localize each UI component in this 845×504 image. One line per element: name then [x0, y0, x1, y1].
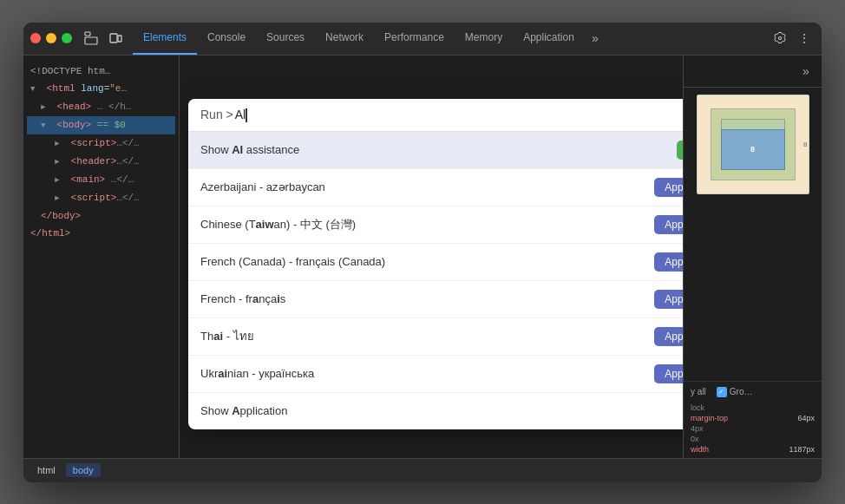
checkbox-row-all: y all Gro… [691, 385, 815, 399]
badge-appearance-azerbaijani[interactable]: Appearance [654, 178, 683, 197]
tab-performance[interactable]: Performance [374, 23, 455, 55]
result-label: Ukrainian - українська [200, 367, 314, 380]
dom-line: <!DOCTYPE htm… [27, 62, 175, 80]
content-box: 8 [721, 129, 785, 170]
svg-rect-1 [85, 37, 97, 44]
result-item-thai[interactable]: Thai - ไทย Appearance [188, 318, 683, 356]
svg-rect-3 [118, 36, 121, 42]
result-item-chinese-taiwan[interactable]: Chinese (Taiwan) - 中文 (台灣) Appearance [188, 206, 683, 244]
badge-drawer[interactable]: Drawer [677, 141, 683, 160]
bottom-bar: html body [23, 458, 822, 482]
traffic-lights [30, 33, 72, 43]
tab-overflow-button[interactable]: » [585, 23, 606, 55]
tab-network[interactable]: Network [315, 23, 374, 55]
titlebar: Elements Console Sources Network Perform… [23, 23, 822, 56]
dom-line[interactable]: ► <script>…</… [27, 189, 175, 207]
dom-line[interactable]: ► <script>…</… [27, 134, 175, 153]
prop-line: 0x [691, 434, 815, 444]
result-label: Azerbaijani - azərbaycan [200, 180, 325, 193]
tab-application[interactable]: Application [513, 23, 585, 55]
tab-memory[interactable]: Memory [455, 23, 513, 55]
more-options-icon[interactable]: ⋮ [794, 28, 815, 49]
dom-line[interactable]: ▼ <html lang="e… [27, 80, 175, 98]
badge-appearance-thai[interactable]: Appearance [654, 327, 683, 346]
dom-line: </html> [27, 225, 175, 242]
command-prefix: Run > [200, 108, 233, 121]
breadcrumb-html[interactable]: html [30, 463, 62, 477]
prop-line: lock [691, 403, 815, 413]
dom-line[interactable]: ► <head> … </h… [27, 98, 175, 116]
result-item-show-ai[interactable]: Show AI assistance Drawer [188, 132, 683, 169]
properties-list: lock margin-top 64px 4px 0x width 1187px [691, 403, 815, 455]
result-label: French - français [200, 292, 285, 305]
command-typed: Al [235, 108, 247, 122]
dom-line[interactable]: ► <header>…</… [27, 153, 175, 171]
prop-line: 4px [691, 423, 815, 434]
svg-rect-2 [110, 34, 117, 43]
box-model-content-value: 8 [750, 145, 755, 154]
tab-elements[interactable]: Elements [133, 23, 197, 55]
devtools-mode-icons [81, 28, 126, 49]
gro-checkbox[interactable] [717, 387, 727, 397]
badge-appearance-chinese[interactable]: Appearance [654, 215, 683, 234]
main-area: <!DOCTYPE htm… ▼ <html lang="e… ► <head>… [23, 56, 822, 458]
prop-line: margin-top 64px [691, 413, 815, 423]
badge-appearance-french-canada[interactable]: Appearance [654, 252, 683, 272]
settings-icon[interactable] [770, 28, 790, 49]
result-label: Thai - ไทย [200, 327, 254, 345]
box-model-diagram: 8 8 [697, 95, 809, 194]
result-item-show-application[interactable]: Show Application Panel [188, 393, 683, 429]
result-label: Chinese (Taiwan) - 中文 (台灣) [200, 217, 356, 232]
svg-rect-0 [85, 32, 90, 36]
result-list: Show AI assistance Drawer Azerbaijani - … [188, 132, 683, 429]
right-panel-top: » [684, 56, 822, 88]
right-panel-props: y all Gro… lock margin-top 64px [684, 381, 822, 458]
maximize-button[interactable] [62, 33, 72, 43]
badge-appearance-ukrainian[interactable]: Appearance [654, 364, 683, 383]
dom-panel: <!DOCTYPE htm… ▼ <html lang="e… ► <head>… [23, 56, 180, 458]
titlebar-actions: ⋮ [770, 28, 815, 49]
result-item-french[interactable]: French - français Appearance [188, 281, 683, 318]
result-item-french-canada[interactable]: French (Canada) - français (Canada) Appe… [188, 244, 683, 281]
dom-line[interactable]: ► <main> …</… [27, 171, 175, 189]
result-label: French (Canada) - français (Canada) [200, 255, 385, 268]
right-panel-expand-icon[interactable]: » [796, 61, 816, 82]
device-toolbar-icon[interactable] [105, 28, 126, 49]
tab-bar: Elements Console Sources Network Perform… [133, 23, 763, 55]
prop-line: width 1187px [691, 444, 815, 455]
result-item-ukrainian[interactable]: Ukrainian - українська Appearance [188, 356, 683, 393]
tab-sources[interactable]: Sources [256, 23, 315, 55]
right-panel: » 8 8 [683, 56, 822, 458]
breadcrumb-body[interactable]: body [66, 463, 101, 477]
tab-console[interactable]: Console [197, 23, 256, 55]
dom-line-body[interactable]: ▼ <body> == $0 [27, 116, 175, 134]
box-model-area: 8 8 [684, 88, 822, 381]
minimize-button[interactable] [46, 33, 56, 43]
badge-appearance-french[interactable]: Appearance [654, 290, 683, 309]
inspect-element-icon[interactable] [81, 28, 102, 49]
text-cursor [246, 108, 247, 122]
close-button[interactable] [30, 33, 41, 43]
box-label-right: 8 [803, 141, 807, 148]
center-area: Run > Al Show AI assistance Drawer [180, 56, 683, 458]
command-input-row[interactable]: Run > Al [188, 99, 683, 132]
command-palette: Run > Al Show AI assistance Drawer [188, 99, 683, 429]
result-label: Show Application [200, 404, 287, 417]
result-label: Show AI assistance [200, 143, 299, 156]
devtools-window: Elements Console Sources Network Perform… [23, 23, 822, 482]
result-item-azerbaijani[interactable]: Azerbaijani - azərbaycan Appearance [188, 169, 683, 206]
dom-line: </body> [27, 207, 175, 225]
